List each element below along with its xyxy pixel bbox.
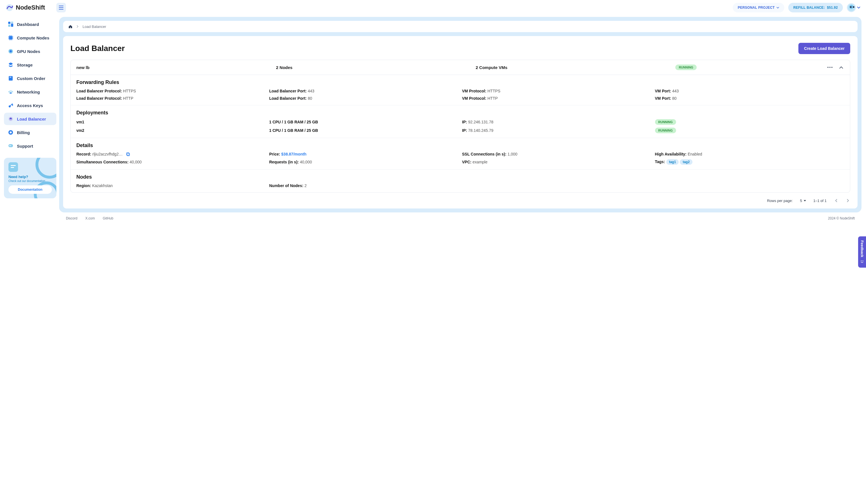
chevron-right-icon	[847, 199, 849, 202]
keys-icon	[8, 102, 13, 108]
vm-spec: 1 CPU / 1 GB RAM / 25 GB	[269, 128, 459, 133]
svg-point-18	[828, 67, 829, 68]
create-load-balancer-button[interactable]: Create Load Balancer	[798, 43, 850, 54]
balance-prefix: REFILL BALANCE:	[793, 5, 825, 10]
next-page-button[interactable]	[846, 198, 850, 203]
sidebar-item-compute-nodes[interactable]: Compute Nodes	[4, 32, 56, 44]
more-actions-button[interactable]	[826, 66, 834, 69]
price-value: $38.87/month	[281, 152, 306, 156]
sidebar-item-label: Billing	[17, 130, 30, 135]
tag-pill[interactable]: tag1	[666, 159, 679, 165]
balance-value: $51.92	[827, 5, 838, 10]
forwarding-rule-row: Load Balancer Protocol: HTTPLoad Balance…	[76, 96, 844, 101]
vm-ip: 78.140.245.79	[468, 128, 493, 133]
footer-link-xcom[interactable]: X.com	[85, 216, 95, 220]
svg-rect-9	[10, 77, 11, 78]
sidebar-item-load-balancer[interactable]: Load Balancer	[4, 113, 56, 125]
sidebar-item-dashboard[interactable]: Dashboard	[4, 18, 56, 31]
ssl-label: SSL Connections (in s):	[462, 152, 507, 156]
hamburger-icon	[59, 5, 63, 10]
svg-point-10	[10, 93, 12, 94]
sidebar-item-label: GPU Nodes	[17, 49, 40, 54]
sidebar-item-networking[interactable]: Networking	[4, 86, 56, 98]
sidebar-item-billing[interactable]: Billing	[4, 126, 56, 138]
node-count-value: 2	[304, 183, 307, 188]
vpc-value: example	[473, 160, 487, 164]
copy-record-button[interactable]	[126, 153, 130, 156]
footer: DiscordX.comGitHub 2024 © NodeShift	[59, 212, 862, 224]
svg-rect-8	[9, 76, 13, 81]
logo[interactable]: NodeShift	[5, 4, 45, 12]
tag-pill[interactable]: tag2	[680, 159, 692, 165]
project-selector[interactable]: PERSONAL PROJECT	[733, 3, 784, 12]
svg-point-20	[831, 67, 832, 68]
status-badge: RUNNING	[675, 65, 696, 70]
footer-copyright: 2024 © NodeShift	[828, 216, 855, 220]
rows-per-page-select[interactable]: 5	[800, 199, 806, 203]
compute-icon	[8, 35, 13, 41]
svg-rect-4	[8, 24, 10, 27]
page-title: Load Balancer	[70, 44, 125, 53]
home-icon[interactable]	[68, 24, 73, 29]
billing-icon	[8, 130, 13, 135]
networking-icon	[8, 89, 13, 95]
chevron-right-icon	[77, 25, 79, 28]
chevron-up-icon	[839, 66, 843, 69]
section-title: Details	[76, 143, 844, 148]
rows-per-page-label: Rows per page:	[767, 199, 793, 203]
price-label: Price:	[269, 152, 280, 156]
lb-summary-row[interactable]: new lb 2 Nodes 2 Compute VMs RUNNING	[71, 60, 850, 75]
region-value: Kazakhstan	[92, 183, 113, 188]
sidebar-item-label: Networking	[17, 90, 40, 94]
record-value: rljiu2aczvfhdg2rb…	[92, 152, 123, 156]
dashboard-icon	[8, 21, 13, 27]
lb-name: new lb	[76, 65, 271, 70]
sidebar: DashboardCompute NodesGPU NodesStorageCu…	[0, 15, 59, 504]
footer-link-discord[interactable]: Discord	[66, 216, 77, 220]
sim-conn-value: 40,000	[130, 160, 142, 164]
deployments-section: Deployments vm11 CPU / 1 GB RAM / 25 GBI…	[71, 105, 850, 138]
tags-label: Tags:	[655, 159, 665, 164]
refill-balance-button[interactable]: REFILL BALANCE: $51.92	[788, 3, 843, 12]
collapse-button[interactable]	[838, 65, 844, 70]
breadcrumb-current: Load Balancer	[82, 24, 106, 29]
forwarding-rule-row: Load Balancer Protocol: HTTPSLoad Balanc…	[76, 89, 844, 93]
prev-page-button[interactable]	[834, 198, 839, 203]
user-menu[interactable]	[847, 3, 861, 12]
sidebar-item-support[interactable]: Support	[4, 140, 56, 152]
topbar: NodeShift PERSONAL PROJECT REFILL BALANC…	[0, 0, 866, 15]
sidebar-item-label: Custom Order	[17, 76, 45, 81]
feedback-label: Feedback	[860, 240, 864, 257]
svg-rect-17	[9, 145, 11, 146]
sidebar-item-custom-order[interactable]: Custom Order	[4, 72, 56, 85]
sidebar-item-gpu-nodes[interactable]: GPU Nodes	[4, 45, 56, 57]
sidebar-item-storage[interactable]: Storage	[4, 59, 56, 71]
feedback-tab[interactable]: Feedback	[858, 236, 866, 268]
lb-nodes-count: 2 Nodes	[276, 65, 471, 70]
chevron-down-icon	[776, 7, 779, 9]
vm-name: vm1	[76, 120, 266, 124]
svg-rect-5	[9, 36, 12, 40]
menu-toggle-button[interactable]	[56, 3, 66, 12]
footer-link-github[interactable]: GitHub	[103, 216, 113, 220]
vm-spec: 1 CPU / 1 GB RAM / 25 GB	[269, 120, 459, 124]
gpu-icon	[8, 48, 13, 54]
avatar-icon	[847, 3, 856, 12]
brand-name: NodeShift	[16, 4, 45, 11]
doc-icon	[9, 162, 18, 172]
caret-down-icon	[804, 200, 806, 201]
help-subtitle: Check out our documentation	[9, 179, 52, 182]
svg-point-15	[10, 131, 12, 133]
page-range: 1–1 of 1	[813, 199, 826, 203]
lb-compute-count: 2 Compute VMs	[476, 65, 671, 70]
sidebar-item-label: Load Balancer	[17, 116, 46, 121]
vpc-label: VPC:	[462, 160, 471, 164]
documentation-button[interactable]: Documentation	[9, 186, 52, 194]
breadcrumb: Load Balancer	[63, 21, 857, 32]
logo-icon	[5, 4, 13, 12]
sidebar-item-access-keys[interactable]: Access Keys	[4, 99, 56, 112]
storage-icon	[8, 62, 13, 68]
region-label: Region:	[76, 183, 91, 188]
deployment-row: vm21 CPU / 1 GB RAM / 25 GBIP: 78.140.24…	[76, 127, 844, 133]
svg-point-23	[861, 261, 862, 261]
